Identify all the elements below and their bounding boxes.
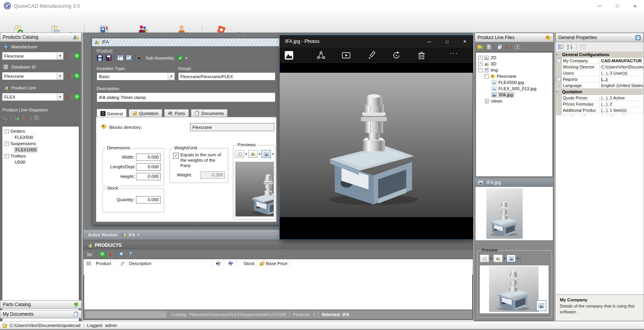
preview-3d-button[interactable] bbox=[248, 150, 258, 158]
maximize-button[interactable]: □ bbox=[608, 0, 626, 12]
database-add-icon[interactable]: + bbox=[74, 73, 80, 79]
active-window-dropdown-icon[interactable]: ▾ bbox=[138, 233, 139, 237]
tree-item-suspensions[interactable]: − Suspensions bbox=[5, 140, 79, 147]
tree-item-flex500[interactable]: FLEX500 bbox=[5, 134, 79, 140]
close-button[interactable]: × bbox=[626, 0, 644, 12]
rotate-icon[interactable] bbox=[392, 51, 401, 60]
chevron-down-icon[interactable]: ▼ bbox=[56, 72, 63, 80]
gp-row-users[interactable]: Users (...), 3 User(s) bbox=[556, 70, 643, 76]
tree-item-2d[interactable]: + 2D bbox=[478, 55, 552, 61]
organizer-add-node-icon[interactable] bbox=[14, 115, 20, 120]
product-line-delete-icon[interactable]: × bbox=[66, 94, 70, 99]
datasheet-add-icon[interactable] bbox=[126, 55, 133, 61]
photos-close-button[interactable]: × bbox=[456, 35, 474, 48]
rename-icon[interactable] bbox=[515, 44, 520, 50]
sub-assembly-dropdown-icon[interactable]: ▾ bbox=[185, 56, 187, 60]
expand-icon[interactable]: + bbox=[478, 62, 483, 66]
gp-category[interactable]: − Quotation bbox=[556, 89, 643, 95]
column-quote-icon[interactable] bbox=[216, 259, 221, 268]
ifa-window-titlebar[interactable]: IFA bbox=[92, 38, 280, 46]
edit-icon[interactable] bbox=[367, 51, 376, 60]
alphabetical-sort-icon[interactable]: AZ bbox=[567, 44, 573, 50]
manufacturer-add-icon[interactable]: + bbox=[74, 53, 80, 59]
width-field[interactable]: 0.000 bbox=[136, 154, 161, 161]
add-product-icon[interactable]: + bbox=[99, 251, 106, 258]
manufacturer-delete-icon[interactable]: × bbox=[66, 53, 70, 58]
tree-item-flex500jpg[interactable]: FLEX500.jpg bbox=[478, 79, 552, 85]
gp-category[interactable]: − General Configurations bbox=[556, 51, 643, 58]
expand-icon[interactable]: + bbox=[557, 58, 561, 63]
tree-item-trolleys[interactable]: − Trolleys bbox=[5, 153, 79, 159]
product-line-combo[interactable]: FLEX ▼ bbox=[2, 93, 64, 101]
collapse-icon[interactable]: − bbox=[478, 68, 483, 72]
organizer-rename-icon[interactable] bbox=[33, 115, 39, 120]
chevron-down-icon[interactable]: ▾ bbox=[272, 152, 274, 156]
group-field[interactable]: Flexcrane/Flexcrane/FLEX bbox=[178, 72, 275, 80]
tree-item-u500[interactable]: U500 bbox=[5, 159, 79, 165]
minimize-button[interactable]: — bbox=[591, 0, 608, 12]
add-file-icon[interactable] bbox=[486, 44, 491, 50]
tab-quotation[interactable]: Quotation bbox=[129, 109, 162, 117]
add-folder-icon[interactable] bbox=[477, 44, 484, 50]
save-close-icon[interactable] bbox=[105, 55, 112, 61]
my-documents-bar[interactable]: My Documents bbox=[0, 310, 82, 318]
column-product[interactable]: Product bbox=[96, 259, 111, 268]
tree-item-ifajpg[interactable]: IFA.jpg bbox=[478, 92, 552, 98]
chevron-down-icon[interactable]: ▼ bbox=[56, 52, 63, 60]
preview-2d-button[interactable] bbox=[480, 255, 489, 262]
delete-product-icon[interactable]: × bbox=[109, 251, 112, 257]
gp-row-reports[interactable]: + Reports (...) bbox=[556, 76, 643, 82]
database-delete-icon[interactable]: × bbox=[66, 73, 70, 79]
search-icon[interactable] bbox=[119, 251, 125, 257]
column-description[interactable]: Description bbox=[129, 259, 151, 268]
datasheet-icon[interactable] bbox=[117, 55, 124, 61]
column-base-price[interactable]: Base Price bbox=[265, 259, 287, 268]
right-splitter-2[interactable] bbox=[554, 32, 555, 321]
organizer-node-icon[interactable] bbox=[2, 115, 8, 120]
collapse-icon[interactable]: − bbox=[484, 74, 489, 79]
tab-parts[interactable]: Parts bbox=[164, 109, 189, 117]
gp-row-working-directory[interactable]: Working Director C:\Users\Vitor\Documen bbox=[556, 64, 643, 70]
tree-item-flex500013jpg[interactable]: FLEX_500_013.jpg bbox=[478, 85, 552, 92]
copy-icon[interactable] bbox=[497, 44, 503, 50]
chevron-down-icon[interactable]: ▾ bbox=[245, 152, 247, 156]
organizer-remove-node-icon[interactable] bbox=[22, 115, 28, 120]
quantity-field[interactable]: 0.000 bbox=[136, 196, 161, 203]
preview-image-button[interactable] bbox=[262, 150, 271, 158]
collapse-icon[interactable]: − bbox=[556, 90, 561, 94]
collapse-icon[interactable]: − bbox=[5, 142, 9, 146]
share-icon[interactable] bbox=[316, 51, 326, 60]
gp-row-prices-formulas[interactable]: Prices Formulas (...), 2 bbox=[556, 101, 643, 107]
photos-minimize-button[interactable]: — bbox=[420, 35, 438, 48]
right-splitter[interactable] bbox=[473, 32, 474, 321]
collapse-icon[interactable]: − bbox=[556, 53, 561, 56]
tree-item-flexcrane[interactable]: − Flexcrane bbox=[478, 73, 552, 79]
gp-row-additional-products[interactable]: Additional Produc (...), 1 Item(s) bbox=[556, 107, 643, 113]
chevron-down-icon[interactable]: ▼ bbox=[56, 93, 63, 101]
chevron-down-icon[interactable]: ▼ bbox=[168, 73, 175, 80]
column-stock[interactable]: Stock bbox=[237, 259, 255, 268]
filter-icon[interactable] bbox=[128, 251, 133, 257]
collapse-icon[interactable]: − bbox=[5, 129, 9, 133]
column-parts-icon[interactable] bbox=[228, 259, 233, 268]
preview-3d-button[interactable] bbox=[493, 255, 503, 262]
gp-row-language[interactable]: Language English (United States) bbox=[556, 82, 643, 89]
tree-item-girders[interactable]: − Girders bbox=[5, 128, 79, 134]
save-icon[interactable] bbox=[97, 55, 103, 61]
height-field[interactable]: 0.000 bbox=[136, 173, 161, 180]
product-line-add-icon[interactable]: + bbox=[74, 94, 80, 100]
tree-item-img[interactable]: − img bbox=[478, 67, 552, 73]
preview-image-button[interactable] bbox=[506, 255, 516, 262]
chevron-down-icon[interactable]: ▾ bbox=[504, 256, 506, 260]
manufacturer-combo[interactable]: Flexcrane ▼ bbox=[2, 52, 64, 60]
chevron-down-icon[interactable]: ▾ bbox=[490, 256, 492, 260]
insertion-type-combo[interactable]: Basic ▼ bbox=[97, 72, 175, 80]
open-product-icon[interactable] bbox=[87, 251, 93, 257]
weight-sum-checkbox[interactable]: ✓ bbox=[173, 153, 179, 159]
expand-icon[interactable]: + bbox=[478, 56, 483, 60]
image-badge-icon[interactable] bbox=[536, 300, 546, 311]
blocks-directory-combo[interactable]: Flexcrane bbox=[190, 123, 274, 131]
gp-row-my-company[interactable]: + My Company CAD-MANUFACTUR bbox=[556, 58, 643, 64]
slideshow-icon[interactable] bbox=[342, 51, 351, 60]
products-table-header[interactable]: Product Description Stock Base Price bbox=[83, 259, 473, 268]
